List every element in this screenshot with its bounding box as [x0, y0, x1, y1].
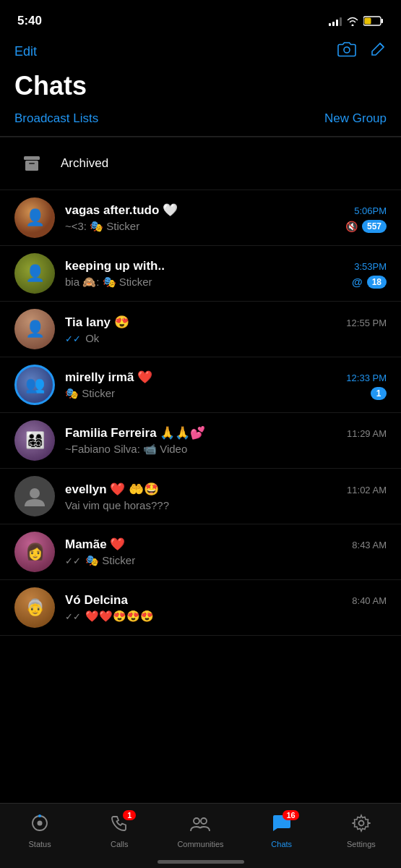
double-check-icon: ✓✓: [65, 556, 81, 566]
chat-time: 12:33 PM: [346, 373, 387, 383]
avatar: 👨‍👩‍👧‍👦: [14, 420, 55, 461]
archive-icon: [14, 146, 49, 181]
chat-item[interactable]: 👤 Tia lany 😍 12:55 PM ✓✓ Ok: [0, 302, 401, 357]
avatar: 👵: [14, 587, 55, 628]
new-group-link[interactable]: New Group: [324, 111, 387, 126]
actions-row: Broadcast Lists New Group: [0, 111, 401, 137]
nav-item-settings[interactable]: Settings: [340, 814, 383, 848]
chat-time: 8:40 AM: [352, 595, 387, 606]
nav-label-settings: Settings: [347, 840, 376, 848]
nav-item-calls[interactable]: 1 Calls: [98, 814, 141, 848]
chat-name: Mamãe ❤️: [65, 537, 125, 552]
chat-preview: ✓✓ Ok: [65, 332, 99, 344]
chat-time: 5:06PM: [354, 205, 387, 216]
chat-item[interactable]: 👤 vagas after.tudo 🤍 5:06PM ~<3: 🎭 Stick…: [0, 190, 401, 246]
chat-time: 3:53PM: [354, 261, 387, 272]
chat-content: keeping up with.. 3:53PM bia 🙈: 🎭 Sticke…: [65, 259, 387, 289]
svg-rect-4: [24, 156, 40, 160]
camera-button[interactable]: [337, 41, 356, 61]
chat-name: Vó Delcina: [65, 593, 128, 608]
status-nav-icon: [30, 814, 49, 837]
chat-name: evellyn ❤️ 🤲🤩: [65, 482, 159, 497]
avatar: 👤: [14, 197, 55, 238]
chat-badges: 🔇 557: [345, 220, 387, 233]
chat-preview: ✓✓ 🎭 Sticker: [65, 554, 135, 567]
chat-item[interactable]: evellyn ❤️ 🤲🤩 11:02 AM Vai vim que horas…: [0, 469, 401, 524]
status-time: 5:40: [17, 14, 42, 28]
svg-point-7: [30, 488, 40, 498]
wifi-icon: [346, 16, 359, 26]
communities-nav-icon: [190, 814, 210, 837]
svg-point-10: [38, 814, 41, 817]
chat-content: evellyn ❤️ 🤲🤩 11:02 AM Vai vim que horas…: [65, 482, 387, 511]
double-check-icon: ✓✓: [65, 611, 81, 622]
chat-content: Vó Delcina 8:40 AM ✓✓ ❤️❤️😍😍😍: [65, 593, 387, 623]
muted-icon: 🔇: [345, 221, 358, 232]
svg-point-9: [38, 820, 43, 825]
chat-time: 11:29 AM: [347, 428, 387, 439]
chat-item[interactable]: 👤 keeping up with.. 3:53PM bia 🙈: 🎭 Stic…: [0, 246, 401, 302]
nav-label-status: Status: [28, 840, 51, 848]
chat-content: Tia lany 😍 12:55 PM ✓✓ Ok: [65, 315, 387, 344]
svg-point-12: [201, 818, 207, 824]
avatar: 👤: [14, 253, 55, 294]
nav-label-communities: Communities: [177, 840, 223, 848]
avatar: 👤: [14, 309, 55, 349]
nav-item-chats[interactable]: 16 Chats: [260, 814, 303, 848]
chat-time: 11:02 AM: [347, 485, 387, 495]
page-title: Chats: [0, 68, 401, 111]
chat-preview: ✓✓ ❤️❤️😍😍😍: [65, 610, 154, 623]
svg-point-3: [344, 47, 350, 53]
calls-badge: 1: [123, 810, 136, 820]
chat-item[interactable]: 👨‍👩‍👧‍👦 Familia Ferreira 🙏🙏💕 11:29 AM ~F…: [0, 413, 401, 469]
bottom-nav: Status 1 Calls Communities 16: [0, 803, 401, 868]
chat-badges: 1: [371, 387, 387, 400]
nav-item-communities[interactable]: Communities: [177, 814, 223, 848]
chat-item[interactable]: 👩 Mamãe ❤️ 8:43 AM ✓✓ 🎭 Sticker: [0, 524, 401, 580]
chat-preview: 🎭 Sticker: [65, 387, 115, 400]
home-indicator: [158, 860, 244, 864]
unread-badge: 1: [371, 387, 387, 400]
svg-point-11: [194, 818, 199, 824]
svg-rect-1: [381, 19, 384, 23]
chats-badge: 16: [283, 810, 298, 820]
chat-name: keeping up with..: [65, 259, 165, 273]
chat-content: Familia Ferreira 🙏🙏💕 11:29 AM ~Fabiano S…: [65, 425, 387, 456]
chat-preview: ~<3: 🎭 Sticker: [65, 220, 139, 233]
avatar: 👥: [14, 365, 55, 405]
chat-badges: @ 18: [352, 276, 387, 289]
svg-rect-6: [29, 163, 35, 164]
edit-button[interactable]: Edit: [14, 44, 37, 59]
chat-name: vagas after.tudo 🤍: [65, 203, 178, 218]
chat-item[interactable]: 👵 Vó Delcina 8:40 AM ✓✓ ❤️❤️😍😍😍: [0, 580, 401, 636]
chats-nav-icon: 16: [272, 814, 292, 837]
archived-row[interactable]: Archived: [0, 137, 401, 190]
calls-nav-icon: 1: [110, 814, 129, 837]
double-check-icon: ✓✓: [65, 333, 81, 344]
chat-preview: ~Fabiano Silva: 📹 Video: [65, 443, 187, 456]
status-bar: 5:40: [0, 0, 401, 36]
chat-list: Archived 👤 vagas after.tudo 🤍 5:06PM ~<3…: [0, 137, 401, 636]
header-icons: [337, 41, 387, 62]
archived-label: Archived: [61, 156, 108, 171]
nav-item-status[interactable]: Status: [18, 814, 61, 848]
chat-preview: bia 🙈: 🎭 Sticker: [65, 276, 152, 289]
chat-name: mirelly irmã ❤️: [65, 370, 152, 385]
chat-item[interactable]: 👥 mirelly irmã ❤️ 12:33 PM 🎭 Sticker 1: [0, 357, 401, 413]
chat-name: Familia Ferreira 🙏🙏💕: [65, 425, 205, 441]
chat-content: vagas after.tudo 🤍 5:06PM ~<3: 🎭 Sticker…: [65, 203, 387, 233]
chat-name: Tia lany 😍: [65, 315, 129, 330]
unread-badge: 18: [367, 276, 387, 289]
status-icons: [329, 16, 384, 26]
header: Edit: [0, 36, 401, 68]
unread-badge: 557: [362, 220, 387, 233]
chat-time: 8:43 AM: [352, 540, 387, 550]
compose-button[interactable]: [369, 41, 387, 62]
broadcast-lists-link[interactable]: Broadcast Lists: [14, 111, 98, 126]
svg-point-13: [358, 820, 363, 825]
mention-icon: @: [352, 276, 363, 288]
person-icon: [23, 485, 46, 508]
chat-content: Mamãe ❤️ 8:43 AM ✓✓ 🎭 Sticker: [65, 537, 387, 567]
avatar: [14, 476, 55, 516]
chat-content: mirelly irmã ❤️ 12:33 PM 🎭 Sticker 1: [65, 370, 387, 400]
